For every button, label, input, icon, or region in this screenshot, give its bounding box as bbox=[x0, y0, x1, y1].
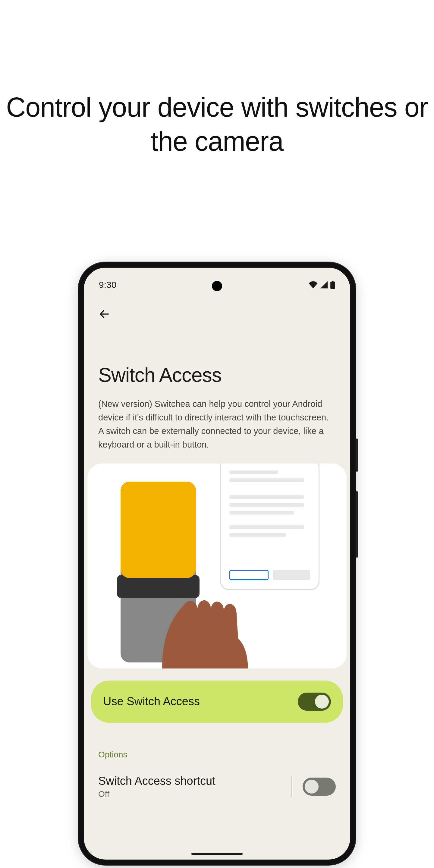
marketing-headline: Control your device with switches or the… bbox=[0, 0, 434, 158]
option-divider bbox=[291, 776, 292, 797]
phone-screen: 9:30 Switch Access (New version) Switche… bbox=[84, 268, 350, 860]
illustration-phone bbox=[220, 464, 319, 590]
phone-side-button bbox=[355, 438, 358, 472]
illustration-switch-button bbox=[121, 482, 196, 578]
phone-frame: 9:30 Switch Access (New version) Switche… bbox=[79, 262, 355, 865]
battery-icon bbox=[330, 281, 335, 289]
status-time: 9:30 bbox=[99, 280, 116, 290]
page-title: Switch Access bbox=[98, 364, 336, 386]
use-switch-access-toggle[interactable] bbox=[298, 692, 331, 711]
camera-hole bbox=[212, 281, 222, 291]
switch-access-shortcut-toggle[interactable] bbox=[303, 778, 336, 796]
switch-access-shortcut-row[interactable]: Switch Access shortcut Off bbox=[98, 775, 336, 799]
options-section-label: Options bbox=[98, 750, 336, 760]
signal-icon bbox=[320, 281, 328, 288]
status-icons bbox=[309, 281, 335, 289]
illustration-hand bbox=[151, 584, 253, 669]
home-indicator[interactable] bbox=[191, 853, 243, 855]
svg-rect-0 bbox=[330, 282, 335, 289]
page-description: (New version) Switchea can help you cont… bbox=[98, 397, 336, 452]
use-switch-access-label: Use Switch Access bbox=[103, 695, 200, 708]
phone-side-button bbox=[355, 491, 358, 558]
use-switch-access-row[interactable]: Use Switch Access bbox=[91, 681, 343, 723]
option-subtitle: Off bbox=[98, 789, 281, 799]
svg-rect-1 bbox=[332, 281, 333, 282]
illustration bbox=[87, 464, 347, 669]
back-arrow-icon[interactable] bbox=[98, 308, 110, 320]
option-title: Switch Access shortcut bbox=[98, 775, 281, 787]
wifi-icon bbox=[309, 281, 318, 288]
